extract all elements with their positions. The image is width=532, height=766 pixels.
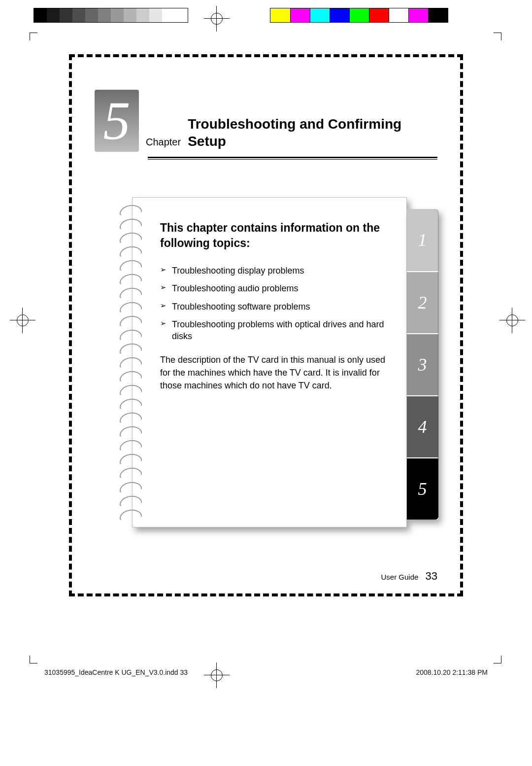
- chapter-label: Chapter: [146, 137, 181, 152]
- card-heading: This chapter contains information on the…: [160, 220, 392, 251]
- registration-mark-top: [207, 9, 227, 29]
- tab-1: 1: [407, 209, 438, 271]
- topic-item: Troubleshooting problems with optical dr…: [160, 318, 392, 343]
- tab-4: 4: [407, 395, 438, 457]
- trim-mark: [30, 656, 37, 663]
- card-note: The description of the TV card in this m…: [160, 353, 392, 392]
- trim-mark: [494, 33, 501, 40]
- chapter-title: Troubleshooting and Confirming Setup: [188, 115, 437, 152]
- registration-mark-left: [13, 311, 33, 330]
- chapter-header: 5 Chapter Troubleshooting and Confirming…: [95, 90, 437, 152]
- page-footer: User Guide 33: [381, 570, 437, 583]
- section-tabs: 1 2 3 4 5: [407, 209, 438, 520]
- topic-item: Troubleshooting audio problems: [160, 282, 392, 294]
- print-slug-line: 31035995_IdeaCentre K UG_EN_V3.0.indd 33…: [44, 668, 488, 676]
- chapter-number-badge: 5: [95, 90, 139, 152]
- tab-5: 5: [407, 457, 438, 520]
- trim-mark: [30, 33, 37, 40]
- page-frame: 5 Chapter Troubleshooting and Confirming…: [69, 54, 463, 596]
- grayscale-calibration-strip: [33, 8, 188, 23]
- topic-list: Troubleshooting display problems Trouble…: [160, 265, 392, 342]
- color-calibration-strip: [270, 8, 448, 23]
- topic-item: Troubleshooting display problems: [160, 265, 392, 277]
- footer-label: User Guide: [381, 573, 418, 581]
- spiral-binding-icon: [119, 205, 147, 520]
- tab-2: 2: [407, 271, 438, 333]
- slug-timestamp: 2008.10.20 2:11:38 PM: [416, 668, 488, 676]
- registration-mark-right: [502, 311, 522, 330]
- topic-item: Troubleshooting software problems: [160, 301, 392, 313]
- notebook-card: This chapter contains information on the…: [116, 197, 407, 527]
- tab-3: 3: [407, 333, 438, 395]
- trim-mark: [494, 656, 501, 663]
- page-number: 33: [426, 570, 437, 582]
- slug-filename: 31035995_IdeaCentre K UG_EN_V3.0.indd 33: [44, 668, 188, 676]
- header-rule: [148, 157, 437, 160]
